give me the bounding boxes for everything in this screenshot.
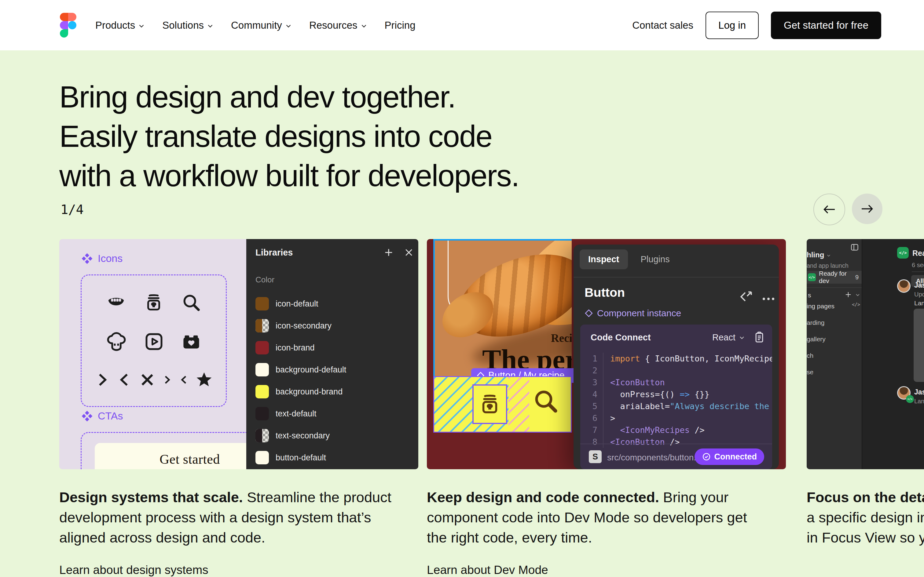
color-section-label: Color [255, 275, 275, 285]
nav-item-solutions[interactable]: Solutions [162, 19, 214, 31]
close-x-icon [139, 371, 156, 388]
close-icon [403, 247, 414, 259]
file-path: src/components/button.tsx [607, 453, 707, 463]
camera-heart-icon [181, 332, 201, 351]
page-item-fragment: arding [807, 319, 824, 326]
recipe-eyebrow: Recipe [551, 332, 572, 345]
dev-ready-bubble-icon: </> [906, 395, 914, 403]
libraries-title: Libraries [255, 248, 293, 258]
dev-ready-icon: </> [897, 247, 909, 259]
library-color-row: text-default [255, 403, 412, 425]
nav-item-community[interactable]: Community [231, 19, 292, 31]
code-connect-title: Code Connect [591, 332, 651, 343]
color-swatch [255, 385, 269, 398]
sidebar-toggle-icon [850, 243, 859, 253]
carousel-next-button[interactable] [852, 193, 882, 224]
comment-target-fragment: Landing [914, 300, 924, 307]
contact-sales-link[interactable]: Contact sales [632, 19, 693, 31]
page-item-fragment: gallery [807, 335, 825, 343]
page-item-fragment: se [807, 369, 813, 376]
nav-item-pricing[interactable]: Pricing [385, 19, 415, 31]
plus-icon [383, 247, 394, 259]
nav-label: Solutions [162, 19, 204, 31]
comment-target-fragment: Landing [914, 398, 924, 405]
plus-icon [844, 290, 853, 300]
arrow-right-icon [860, 201, 874, 216]
chevron-down-icon [826, 253, 831, 258]
library-color-row: text-secondary [255, 425, 412, 446]
library-color-row: icon-brand [255, 337, 412, 359]
color-swatch [255, 451, 269, 464]
status-fragment: Rea [913, 249, 924, 258]
recipe-photo: Recipe The perfe [433, 239, 572, 376]
login-button[interactable]: Log in [706, 11, 759, 39]
play-video-icon [144, 332, 164, 351]
card-dev-mode: Recipe The perfe Button / My recipe Insp… [427, 239, 786, 469]
comment-action-fragment: Updating [914, 291, 924, 298]
check-circle-icon [702, 452, 711, 461]
dev-code-icon: </> [852, 302, 860, 308]
open-in-editor-icon [738, 289, 754, 306]
language-dropdown: React [712, 332, 745, 343]
learn-design-systems-link[interactable]: Learn about design systems [59, 560, 208, 577]
code-connect-footer: S src/components/button.tsx Connected [580, 443, 772, 469]
sections-meta-fragment: 6 section [912, 262, 924, 269]
component-diamond-icon [585, 309, 593, 318]
library-color-row: background-brand [255, 381, 412, 403]
project-subtitle-fragment: and app launch [807, 262, 848, 269]
page-item-fragment: ing pages [807, 303, 835, 310]
carousel-prev-button[interactable] [813, 193, 845, 225]
selected-component-strip [433, 376, 572, 433]
nav-label: Community [231, 19, 282, 31]
chef-hat-icon [106, 332, 126, 352]
figma-sidebar: hling and app launch </> Ready for dev 9… [807, 239, 862, 469]
inspect-title: Button [585, 285, 625, 300]
search-icon [533, 388, 559, 414]
divider [912, 271, 924, 272]
card-design-systems: Icons CTAs Get started Libraries [59, 239, 418, 469]
design-thumbnail [914, 309, 924, 382]
caption-design-systems: Design systems that scale. Streamline th… [59, 487, 393, 577]
libraries-panel: Libraries Color icon-default icon-second… [246, 239, 418, 469]
chevron-left-small-icon [179, 375, 189, 385]
top-nav: Products Solutions Community Resources P… [0, 0, 924, 50]
component-icon [81, 253, 93, 264]
get-started-button[interactable]: Get started for free [771, 11, 881, 39]
search-icon [181, 293, 201, 312]
component-icon [81, 410, 93, 422]
chevron-down-icon [207, 22, 214, 30]
caption-dev-mode: Keep design and code connected. Bring yo… [427, 487, 771, 577]
color-swatch [255, 297, 269, 311]
divider [573, 277, 779, 277]
inspect-panel: Inspect Plugins Button Component instanc… [573, 245, 779, 469]
hatch-pattern [509, 377, 529, 432]
figma-logo[interactable] [60, 13, 76, 37]
chevron-right-icon [94, 372, 110, 388]
icon-button-selected [472, 384, 507, 424]
ready-for-dev-row: </> Ready for dev 9 [807, 271, 862, 284]
color-swatch [255, 341, 269, 355]
tab-plugins: Plugins [632, 250, 678, 269]
nav-item-resources[interactable]: Resources [309, 19, 368, 31]
color-swatch [255, 319, 269, 332]
divider [807, 287, 862, 288]
color-swatch [255, 429, 269, 442]
chevron-down-icon [360, 22, 368, 30]
commenter-name: Jasmin [914, 281, 924, 289]
chevron-right-small-icon [162, 375, 172, 385]
color-swatch [255, 407, 269, 421]
icons-frame [81, 274, 227, 407]
tab-inspect: Inspect [580, 250, 628, 269]
learn-dev-mode-link[interactable]: Learn about Dev Mode [427, 560, 548, 577]
carousel-pagination: 1/4 [60, 202, 84, 217]
nav-label: Resources [309, 19, 357, 31]
component-instance-label: Component instance [585, 308, 681, 318]
ctas-frame-label: CTAs [81, 410, 123, 422]
icons-frame-label: Icons [81, 253, 123, 264]
chevron-down-icon [285, 22, 292, 30]
nav-item-products[interactable]: Products [95, 19, 145, 31]
page-title: Bring design and dev together. Easily tr… [59, 77, 519, 195]
code-connect-panel: Code Connect React 1import { IconButton,… [580, 324, 772, 469]
caption-focus-view: Focus on the details a specific design i… [807, 487, 924, 548]
jam-jar-icon [144, 293, 163, 312]
